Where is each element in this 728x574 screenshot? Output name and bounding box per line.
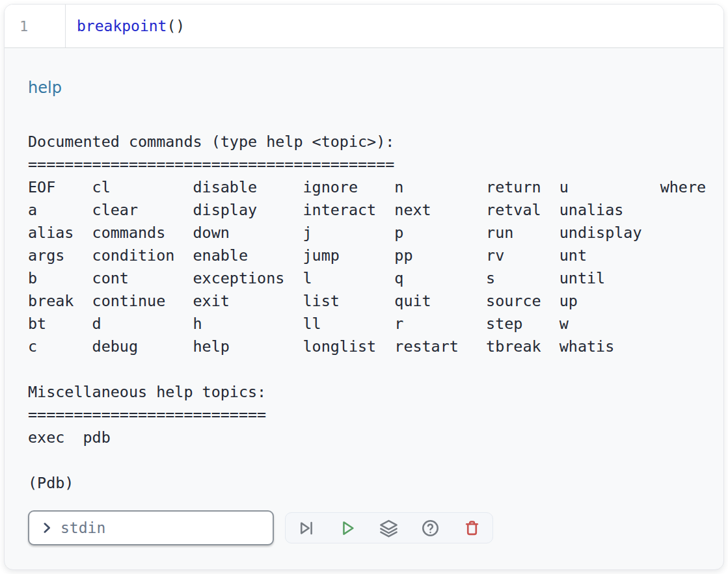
stack-button[interactable] bbox=[368, 513, 410, 543]
command-echo: help bbox=[28, 78, 700, 98]
help-circle-icon bbox=[421, 519, 440, 538]
stdin-input-container[interactable] bbox=[28, 510, 274, 545]
code-line[interactable]: breakpoint() bbox=[66, 5, 723, 47]
console-panel: help Documented commands (type help <top… bbox=[5, 48, 723, 569]
trash-icon bbox=[463, 519, 481, 538]
step-forward-button[interactable] bbox=[286, 513, 327, 543]
code-runner-widget: 1 breakpoint() help Documented commands … bbox=[4, 4, 724, 570]
step-forward-icon bbox=[297, 519, 316, 538]
delete-button[interactable] bbox=[451, 513, 492, 543]
code-editor: 1 breakpoint() bbox=[5, 5, 723, 48]
code-function-name: breakpoint bbox=[77, 18, 167, 34]
pdb-help-output: Documented commands (type help <topic>):… bbox=[28, 131, 700, 495]
help-button[interactable] bbox=[410, 513, 452, 543]
console-controls bbox=[28, 510, 700, 545]
code-punctuation: () bbox=[167, 18, 185, 34]
line-number: 1 bbox=[20, 18, 28, 34]
play-icon bbox=[338, 519, 357, 538]
chevron-right-icon bbox=[40, 521, 54, 535]
toolbar bbox=[285, 512, 493, 543]
line-number-gutter: 1 bbox=[5, 5, 66, 47]
stdin-input[interactable] bbox=[61, 519, 263, 536]
layers-icon bbox=[379, 519, 398, 538]
run-button[interactable] bbox=[327, 513, 369, 543]
